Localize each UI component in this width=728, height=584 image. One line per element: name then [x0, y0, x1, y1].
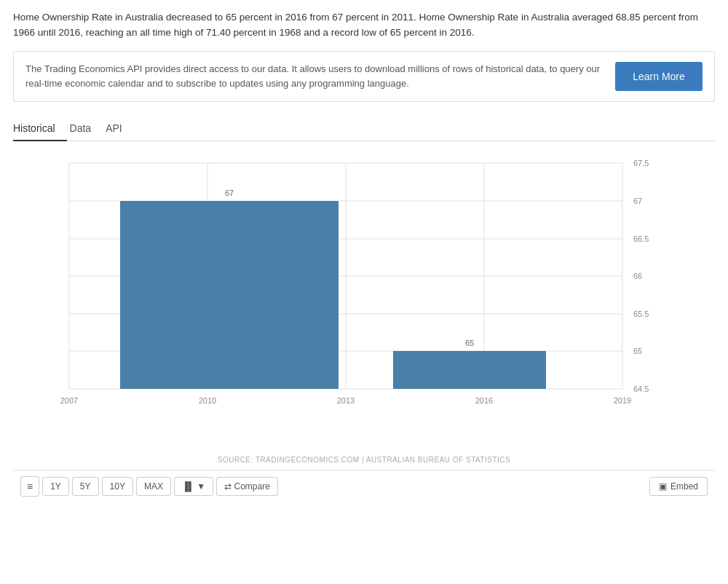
embed-icon: ▣	[659, 481, 667, 492]
x-label-2013: 2013	[337, 396, 355, 405]
x-label-2010: 2010	[199, 396, 216, 405]
y-label-645: 64.5	[633, 384, 649, 393]
chart-area: 64.5 65 65.5 66 66.5 67 67.5 2007 2010 2…	[13, 149, 715, 454]
chart-type-button[interactable]: ▐▌ ▼	[174, 477, 213, 496]
y-label-655: 65.5	[633, 309, 649, 318]
bar-2016	[393, 351, 546, 389]
max-button[interactable]: MAX	[136, 477, 171, 496]
tab-data[interactable]: Data	[67, 117, 103, 141]
chart-source: SOURCE: TRADINGECONOMICS.COM | AUSTRALIA…	[13, 456, 715, 464]
list-view-button[interactable]: ≡	[20, 476, 39, 497]
chart-svg: 64.5 65 65.5 66 66.5 67 67.5 2007 2010 2…	[20, 156, 671, 418]
y-label-67: 67	[633, 197, 642, 205]
1y-button[interactable]: 1Y	[42, 477, 69, 496]
bar-2016-label: 65	[465, 339, 474, 347]
tab-historical[interactable]: Historical	[13, 117, 67, 141]
description-text: Home Ownership Rate in Australia decreas…	[13, 10, 715, 41]
y-label-665: 66.5	[633, 234, 649, 243]
tabs: Historical Data API	[13, 117, 715, 141]
10y-button[interactable]: 10Y	[102, 477, 133, 496]
bar-2010-label: 67	[225, 189, 234, 197]
compare-button[interactable]: ⇄ Compare	[216, 477, 278, 496]
y-label-65: 65	[633, 347, 642, 355]
x-label-2016: 2016	[475, 396, 493, 405]
toolbar: ≡ 1Y 5Y 10Y MAX ▐▌ ▼ ⇄ Compare ▣ Embed	[13, 470, 715, 502]
api-banner-text: The Trading Economics API provides direc…	[25, 62, 601, 90]
x-label-2019: 2019	[614, 396, 631, 405]
y-label-675: 67.5	[633, 159, 649, 167]
tab-api[interactable]: API	[103, 117, 134, 141]
bar-2010	[120, 201, 339, 389]
embed-button[interactable]: ▣ Embed	[649, 477, 708, 496]
embed-label: Embed	[670, 481, 698, 492]
x-label-2007: 2007	[60, 396, 78, 405]
y-label-66: 66	[633, 272, 642, 280]
5y-button[interactable]: 5Y	[72, 477, 99, 496]
api-banner: The Trading Economics API provides direc…	[13, 51, 715, 102]
learn-more-button[interactable]: Learn More	[615, 62, 703, 91]
